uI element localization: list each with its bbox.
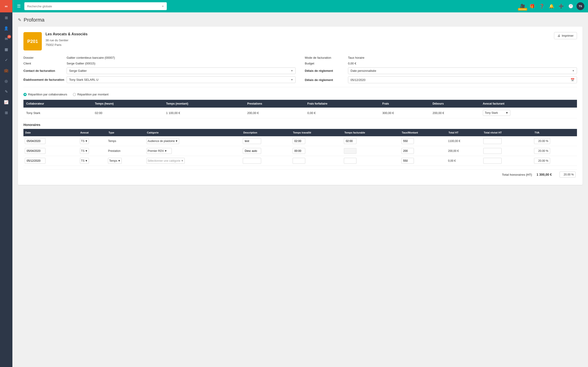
delais-row2: Délais de règlement 05/12/2020 📅: [305, 76, 577, 83]
h-avocat-1[interactable]: TS ▼: [80, 138, 89, 144]
sidebar-item-calendar[interactable]: ▦: [0, 44, 12, 55]
h-avocat-2[interactable]: TS ▼: [80, 148, 89, 154]
delais-select-arrow: ▼: [572, 69, 574, 72]
h-total-ht-1: 1100,00 €: [447, 136, 482, 146]
firm-header: P201 Les Avocats & Associés 38 rue du Se…: [23, 32, 577, 50]
h-temps-facturable-1[interactable]: [344, 138, 356, 144]
sidebar: as ⊞ 👤 ✉ 29 ▦ ✓ 💼 ◎ ✎ 📈 ⊞: [0, 0, 12, 367]
mode-facturation-value: Taux horaire: [348, 56, 577, 59]
h-taux-2[interactable]: [401, 148, 414, 154]
h-taux-3[interactable]: [401, 158, 414, 164]
delais-row1: Délais de règlement Date personnalisée ▼: [305, 67, 577, 74]
search-input[interactable]: [27, 5, 160, 8]
h-temps-travaille-3[interactable]: [293, 158, 305, 164]
h-total-revise-3[interactable]: [483, 158, 502, 164]
repartition-options: Répartition par collaborateurs Répartiti…: [23, 93, 577, 96]
h-categorie-2[interactable]: Premier RDV ▼: [147, 148, 172, 154]
honoraires-section-title: Honoraires: [23, 123, 577, 127]
h-type-3[interactable]: Temps ▼: [108, 158, 121, 164]
h-date-3[interactable]: [25, 158, 45, 164]
clock-icon[interactable]: 🕐: [567, 3, 575, 10]
h-temps-travaille-2[interactable]: [293, 148, 305, 154]
sidebar-item-messages[interactable]: ✉ 29: [0, 33, 12, 44]
collab-avocat-select[interactable]: Tony Stark ▼: [480, 108, 577, 118]
h-taux-1[interactable]: [401, 138, 414, 144]
dossier-value: Galtier contentieux bancaire (00007): [67, 56, 296, 59]
help-icon[interactable]: ❓: [538, 3, 546, 10]
delais-label2: Délais de règlement: [305, 78, 346, 82]
info-left: Dossier Galtier contentieux bancaire (00…: [23, 56, 296, 83]
budget-label: Budget: [305, 62, 346, 65]
h-categorie-3[interactable]: Sélectionner une catégorie ▼: [147, 158, 185, 164]
sidebar-item-settings[interactable]: ⊞: [0, 107, 12, 118]
radio-collaborateurs: [23, 93, 27, 96]
h-avocat-3[interactable]: TS ▼: [80, 158, 89, 164]
h-temps-facturable-3[interactable]: [344, 158, 356, 164]
bell-icon[interactable]: 🔔: [548, 3, 555, 10]
etablissement-select[interactable]: Tony Stark SELARL U ▼: [67, 76, 296, 83]
app-logo[interactable]: as: [0, 0, 12, 12]
collab-prestations: 200,00 €: [244, 108, 304, 118]
avocat-facturant-select[interactable]: Tony Stark ▼: [483, 110, 510, 116]
sidebar-item-tasks[interactable]: ✓: [0, 55, 12, 65]
print-button[interactable]: 🖨 Imprimer: [554, 32, 577, 39]
firm-logo-block: P201 Les Avocats & Associés 38 rue du Se…: [23, 32, 87, 50]
repartition-collaborateurs[interactable]: Répartition par collaborateurs: [23, 93, 67, 96]
contact-facturation-row: Contact de facturation Serge Galtier ▼: [23, 67, 296, 74]
notifications-video-icon[interactable]: 🎥 Nouveau: [519, 3, 527, 10]
sidebar-item-cases[interactable]: 💼: [0, 65, 12, 76]
h-date-1[interactable]: [25, 138, 45, 144]
sidebar-item-reports[interactable]: 📈: [0, 97, 12, 107]
sidebar-item-billing[interactable]: ✎: [0, 86, 12, 97]
search-bar[interactable]: ▼: [24, 2, 167, 10]
h-total-revise-1[interactable]: [483, 138, 502, 144]
sidebar-item-analytics[interactable]: ◎: [0, 76, 12, 86]
budget-row: Budget 0,00 €: [305, 62, 577, 65]
client-value: Serge Galtier (00015): [67, 62, 296, 65]
gift-icon[interactable]: 🎁: [528, 3, 536, 10]
delais-select[interactable]: Date personnalisée ▼: [348, 67, 577, 74]
sidebar-item-contacts[interactable]: 👤: [0, 23, 12, 33]
collab-debours: 200,00 €: [430, 108, 480, 118]
h-total-revise-2[interactable]: [483, 148, 502, 154]
h-description-3[interactable]: [243, 158, 261, 164]
col-prestations: Prestations: [244, 100, 304, 108]
h-col-categorie: Catégorie: [145, 129, 242, 136]
top-navigation: ☰ ▼ 🎥 Nouveau 🎁 ❓ 🔔 ➕ 🕐 TS: [12, 0, 588, 12]
h-total-ht-2: 200,00 €: [447, 146, 482, 156]
h-temps-travaille-1[interactable]: [293, 138, 305, 144]
h-date-2[interactable]: [25, 148, 45, 154]
h-categorie-1[interactable]: Audience de plaidoirie ▼: [147, 138, 179, 144]
user-avatar[interactable]: TS: [577, 2, 584, 10]
col-avocat-facturant: Avocat facturant: [480, 100, 577, 108]
radio-montant: [73, 93, 76, 96]
info-right: Mode de facturation Taux horaire Budget …: [305, 56, 577, 83]
h-total-ht-3: 0,00 €: [447, 156, 482, 166]
total-honoraires-label: Total honoraires (HT): [502, 173, 532, 176]
repartition-montant[interactable]: Répartition par montant: [73, 93, 109, 96]
collab-temps-montant: 1 100,00 €: [163, 108, 244, 118]
dossier-label: Dossier: [23, 56, 65, 59]
h-description-2[interactable]: [243, 148, 261, 154]
firm-address2: 75002 Paris: [45, 43, 87, 47]
h-col-date: Date: [23, 129, 78, 136]
h-col-description: Description: [242, 129, 291, 136]
honoraires-row-3: TS ▼ Temps ▼ Sélectionner une catégorie …: [23, 156, 577, 166]
topnav-icons: 🎥 Nouveau 🎁 ❓ 🔔 ➕ 🕐 TS: [519, 2, 584, 10]
delais-date-field[interactable]: 05/12/2020 📅: [348, 76, 577, 83]
total-tva: 20.00 %: [560, 172, 576, 177]
h-tva-2: 20.00 %: [534, 148, 550, 154]
col-collaborateur: Collaborateur: [23, 100, 92, 108]
etablissement-select-arrow: ▼: [291, 78, 293, 81]
add-icon[interactable]: ➕: [557, 3, 565, 10]
hamburger-button[interactable]: ☰: [16, 3, 22, 10]
contact-facturation-select[interactable]: Serge Galtier ▼: [67, 67, 296, 74]
contact-facturation-label: Contact de facturation: [23, 69, 65, 73]
total-honoraires-value: 1 300,00 €: [536, 173, 555, 176]
h-col-tva: TVA: [533, 129, 577, 136]
client-row: Client Serge Galtier (00015): [23, 62, 296, 65]
h-description-1[interactable]: [243, 138, 261, 144]
sidebar-item-dashboard[interactable]: ⊞: [0, 12, 12, 23]
col-debours: Débours: [430, 100, 480, 108]
col-temps-heure: Temps (heure): [92, 100, 163, 108]
